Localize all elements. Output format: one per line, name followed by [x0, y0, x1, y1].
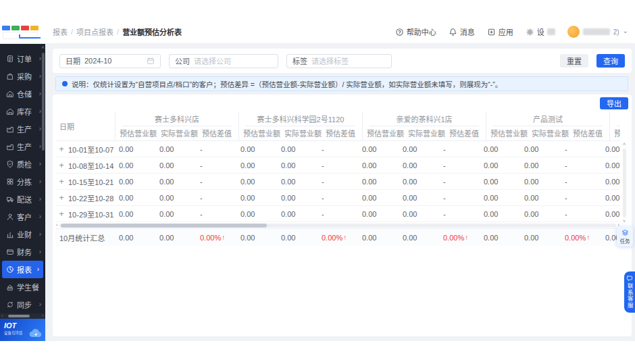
- sidebar-item-采购-1[interactable]: 采购›: [0, 68, 45, 85]
- messages-button[interactable]: 消息: [449, 26, 475, 37]
- sidebar-item-库存-3[interactable]: 库存›: [0, 103, 45, 120]
- sidebar-menu: 订单›采购›仓储›库存›生产›生产›质检›分拣›配送›客户›业财›财务›报表›学…: [0, 44, 45, 313]
- scrollbar-thumb[interactable]: [623, 149, 626, 217]
- sidebar-item-配送-8[interactable]: 配送›: [0, 190, 45, 208]
- value-cell: 0.00: [601, 206, 620, 222]
- help-center-button[interactable]: 帮助中心: [395, 26, 436, 37]
- expand-row-button[interactable]: +: [58, 194, 65, 202]
- value-cell: 0.00: [155, 157, 196, 173]
- sidebar-item-生产-4[interactable]: 生产›: [0, 120, 45, 138]
- production-icon: [6, 142, 14, 151]
- value-cell: 0.00: [480, 174, 520, 189]
- logo-block-yellow: [30, 26, 39, 30]
- column-header: 实际营业额: [157, 126, 198, 141]
- sidebar-item-业财-10[interactable]: 业财›: [0, 226, 45, 243]
- value-cell: 0.00: [277, 157, 318, 173]
- sidebar-item-分拣-7[interactable]: 分拣›: [0, 173, 45, 190]
- value-cell: 0.00: [236, 157, 277, 173]
- value-cell: 0.00: [155, 190, 196, 205]
- breadcrumb-project-reports[interactable]: 项目点报表: [76, 26, 113, 37]
- app-logo[interactable]: [0, 20, 45, 44]
- value-cell: 0.00: [480, 141, 520, 157]
- sidebar-item-订单-0[interactable]: 订单›: [0, 50, 45, 68]
- value-cell: 0.00: [601, 141, 620, 157]
- expand-row-button[interactable]: +: [58, 161, 65, 170]
- store-name: 赛士多科兴科学园2号1120: [239, 111, 362, 126]
- contact-service-widget[interactable]: 联系客服: [624, 271, 635, 313]
- date-filter-input[interactable]: 日期 2024-10: [59, 54, 161, 68]
- value-cell: -: [561, 206, 601, 222]
- column-header: 预估差值: [322, 126, 362, 141]
- scrollbar-thumb[interactable]: [61, 224, 267, 228]
- sidebar-item-财务-11[interactable]: 财务›: [0, 243, 45, 261]
- bizfinance-icon: [6, 230, 14, 238]
- value-cell: 0.00: [358, 206, 399, 222]
- chevron-right-icon: ›: [39, 196, 41, 203]
- scrollbar-thumb[interactable]: [8, 315, 30, 317]
- task-widget[interactable]: 任务: [617, 226, 633, 246]
- value-cell: -: [196, 157, 236, 173]
- table-horizontal-scrollbar[interactable]: ‹ ›: [55, 222, 620, 228]
- company-filter-label: 公司: [175, 55, 190, 66]
- table-body: +10-01至10-070.000.00-0.000.00-0.000.00-0…: [55, 141, 620, 222]
- sidebar-item-仓储-2[interactable]: 仓储›: [0, 85, 45, 103]
- value-cell: 0.00: [480, 157, 520, 173]
- sidebar-item-label: 报表: [17, 264, 32, 275]
- value-cell: 0.00: [358, 229, 399, 246]
- value-cell: 0.00: [115, 206, 155, 222]
- export-button[interactable]: 导出: [600, 97, 628, 109]
- chevron-right-icon: ›: [39, 213, 41, 220]
- expand-row-button[interactable]: +: [58, 178, 65, 186]
- settings-button[interactable]: 设: [526, 26, 555, 37]
- date-cell: +10-15至10-21: [55, 174, 115, 189]
- store-group-header-1: 赛士多科兴科学园2号1120预估营业额实际营业额预估差值: [238, 111, 362, 140]
- reset-button[interactable]: 重置: [560, 54, 588, 68]
- sidebar-item-同步-14[interactable]: 同步›: [0, 296, 45, 313]
- value-cell: 0.00: [277, 190, 318, 205]
- scrollbar-track[interactable]: [59, 224, 616, 228]
- user-menu[interactable]: 2) ⌄: [567, 26, 628, 38]
- column-header: 预估营业额: [486, 126, 528, 141]
- sidebar-vertical-scrollbar[interactable]: ˄: [40, 45, 45, 180]
- expand-row-button[interactable]: +: [58, 210, 65, 218]
- sidebar-item-质检-6[interactable]: 质检›: [0, 155, 45, 173]
- sidebar-item-报表-12[interactable]: 报表›: [2, 261, 43, 278]
- finance-icon: [6, 248, 14, 256]
- date-range: 10-15至10-21: [68, 176, 113, 187]
- delivery-icon: [6, 195, 14, 203]
- value-cell: 0.00: [236, 206, 277, 222]
- report-card: 导出 日期赛士多科兴店预估营业额实际营业额预估差值赛士多科兴科学园2号1120预…: [53, 95, 632, 336]
- sidebar-item-学生餐-13[interactable]: 学生餐: [0, 278, 45, 296]
- value-cell: 0.00: [601, 174, 620, 189]
- calendar-icon: [147, 57, 155, 65]
- company-filter-input[interactable]: 公司 请选择公司: [169, 54, 278, 68]
- breadcrumb-reports[interactable]: 报表: [53, 26, 68, 37]
- chevron-right-icon: ›: [39, 231, 41, 238]
- sidebar-item-label: 订单: [17, 53, 32, 64]
- scrollbar-thumb[interactable]: [42, 53, 45, 151]
- scroll-left-icon: ‹: [56, 222, 58, 228]
- column-header: 预估营业额: [363, 126, 404, 141]
- sidebar-horizontal-scrollbar[interactable]: ‹ ›: [0, 313, 45, 319]
- sidebar-item-生产-5[interactable]: 生产›: [0, 138, 45, 155]
- sidebar-item-label: 质检: [17, 159, 32, 170]
- screen: 报表 / 项目点报表 / 营业额预估分析表 帮助中心 消息 应用: [0, 0, 635, 364]
- value-cell: -: [196, 190, 236, 205]
- company-filter-placeholder: 请选择公司: [194, 55, 231, 66]
- table-vertical-scrollbar[interactable]: ˄ ˅: [621, 142, 628, 224]
- info-dot-icon: [62, 81, 68, 86]
- query-button[interactable]: 查询: [596, 54, 625, 68]
- sidebar-item-客户-9[interactable]: 客户›: [0, 208, 45, 226]
- apps-button[interactable]: 应用: [487, 26, 513, 37]
- expand-row-button[interactable]: +: [58, 145, 65, 153]
- apps-label: 应用: [499, 26, 513, 37]
- table-row: +10-15至10-210.000.00-0.000.00-0.000.00-0…: [55, 174, 620, 190]
- scroll-left-icon: ‹: [1, 313, 3, 319]
- scroll-up-icon: ˄: [623, 142, 626, 147]
- up-arrow-icon: ↑: [465, 234, 468, 241]
- value-cell: 0.00: [520, 157, 561, 173]
- iot-panel[interactable]: IOT 设备与环境: [0, 319, 45, 341]
- avatar: [567, 26, 580, 38]
- messages-label: 消息: [460, 26, 475, 37]
- tag-filter-input[interactable]: 标签 请选择标签: [286, 54, 392, 68]
